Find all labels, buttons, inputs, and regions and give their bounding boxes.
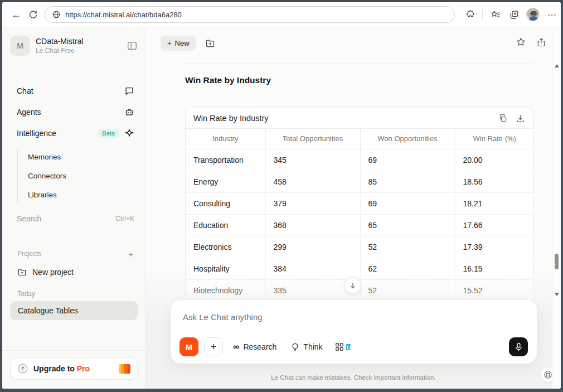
chat-bubble-icon bbox=[124, 86, 134, 96]
table-cell: 17.66 bbox=[455, 214, 533, 236]
main-content: + New Win Rate by Industry Win R bbox=[146, 27, 561, 389]
sidebar-item-libraries[interactable]: Libraries bbox=[2, 185, 145, 204]
back-icon: ← bbox=[11, 9, 21, 21]
microphone-icon bbox=[515, 342, 523, 352]
sub-label: Libraries bbox=[28, 191, 57, 199]
sidebar-item-memories[interactable]: Memories bbox=[2, 147, 145, 166]
projects-section: Projects + bbox=[2, 245, 145, 262]
nav-label: Intelligence bbox=[17, 129, 98, 138]
lightbulb-icon bbox=[291, 342, 299, 352]
refresh-button[interactable] bbox=[25, 6, 41, 23]
workspace-header[interactable]: M CData-Mistral Le Chat Free bbox=[10, 36, 138, 56]
arrow-up-circle-icon bbox=[17, 363, 28, 374]
column-header: Total Opportunities bbox=[265, 129, 360, 149]
plus-icon: + bbox=[167, 39, 172, 47]
sidebar-nav: Chat Agents Intelligence Beta bbox=[2, 80, 145, 144]
table-cell: 69 bbox=[360, 149, 455, 171]
robot-icon bbox=[124, 107, 134, 117]
sidebar-item-chat[interactable]: Chat bbox=[2, 80, 145, 101]
content-divider bbox=[185, 64, 534, 64]
browser-toolbar: ← https://chat.mistral.ai/chat/bda6a280 bbox=[2, 2, 561, 27]
collections-button[interactable] bbox=[506, 6, 522, 23]
think-toggle[interactable]: Think bbox=[287, 337, 327, 356]
scrollbar-up-arrow[interactable] bbox=[555, 64, 559, 67]
sparkle-icon bbox=[124, 128, 134, 138]
address-bar[interactable]: https://chat.mistral.ai/chat/bda6a280 bbox=[45, 6, 455, 23]
think-label: Think bbox=[303, 342, 322, 351]
collections-icon bbox=[509, 9, 520, 20]
today-section-label: Today bbox=[17, 290, 145, 298]
table-cell: 299 bbox=[265, 236, 360, 258]
table-cell: 52 bbox=[360, 236, 455, 258]
pro-flag-icon bbox=[119, 364, 130, 374]
chat-composer: M + ∞ Research Think bbox=[171, 300, 537, 364]
more-icon: ⋯ bbox=[547, 9, 556, 20]
favorite-chat-button[interactable] bbox=[516, 37, 526, 47]
table-cell: Electronics bbox=[186, 236, 265, 258]
table-row: Consulting3796918.21 bbox=[186, 192, 533, 214]
upgrade-button[interactable]: Upgrade to Pro bbox=[10, 357, 138, 380]
history-item-label: Catalogue Tables bbox=[18, 306, 78, 315]
search-button[interactable]: Search Ctrl+K bbox=[2, 209, 145, 229]
page-scrollbar[interactable] bbox=[552, 27, 561, 389]
new-chat-label: New bbox=[175, 39, 190, 47]
scrollbar-down-arrow[interactable] bbox=[555, 293, 559, 296]
table-row: Energy4588518.56 bbox=[186, 171, 533, 192]
favorites-button[interactable] bbox=[487, 6, 503, 23]
favorites-icon bbox=[490, 9, 501, 20]
mistral-logo-button[interactable]: M bbox=[179, 337, 198, 356]
table-cell: 18.56 bbox=[455, 171, 533, 192]
column-header: Won Opportunities bbox=[360, 129, 455, 149]
sidebar-item-intelligence[interactable]: Intelligence Beta bbox=[2, 123, 145, 144]
back-button[interactable]: ← bbox=[8, 6, 25, 23]
table-cell: Energy bbox=[186, 171, 265, 192]
sidebar-footer: Upgrade to Pro bbox=[2, 350, 145, 389]
column-header: Industry bbox=[186, 129, 265, 149]
copy-table-button[interactable] bbox=[498, 114, 508, 123]
plus-icon: + bbox=[211, 341, 217, 353]
table-cell: 85 bbox=[360, 171, 455, 192]
nav-label: Agents bbox=[17, 108, 124, 117]
table-cell: 458 bbox=[265, 171, 360, 192]
voice-input-button[interactable] bbox=[509, 337, 528, 356]
scroll-to-bottom-button[interactable] bbox=[344, 277, 361, 294]
upgrade-plan: Pro bbox=[77, 364, 90, 373]
table-cell: Transportation bbox=[186, 149, 265, 171]
add-to-project-button[interactable] bbox=[205, 38, 215, 49]
profile-avatar bbox=[526, 8, 540, 21]
table-title: Win Rate by Industry bbox=[193, 114, 498, 123]
chat-input[interactable] bbox=[183, 312, 406, 322]
life-buoy-icon bbox=[543, 370, 552, 379]
download-table-button[interactable] bbox=[516, 114, 525, 123]
new-project-button[interactable]: New project bbox=[2, 262, 145, 282]
extensions-icon bbox=[465, 9, 475, 20]
table-cell: 345 bbox=[265, 149, 360, 171]
attach-button[interactable]: + bbox=[204, 337, 223, 356]
add-project-button[interactable]: + bbox=[128, 249, 133, 259]
sub-label: Memories bbox=[28, 153, 61, 161]
settings-more-button[interactable]: ⋯ bbox=[543, 6, 560, 23]
research-toggle[interactable]: ∞ Research bbox=[229, 337, 281, 356]
column-header: Win Rate (%) bbox=[455, 129, 533, 149]
search-shortcut: Ctrl+K bbox=[115, 215, 134, 222]
new-project-label: New project bbox=[32, 268, 74, 277]
sidebar-item-agents[interactable]: Agents bbox=[2, 101, 145, 123]
share-button[interactable] bbox=[536, 37, 546, 47]
new-chat-button[interactable]: + New bbox=[161, 36, 196, 51]
extensions-button[interactable] bbox=[462, 6, 478, 23]
infinity-icon: ∞ bbox=[233, 342, 239, 352]
intelligence-subnav: Memories Connectors Libraries bbox=[2, 147, 145, 204]
table-cell: 379 bbox=[265, 192, 360, 214]
profile-button[interactable] bbox=[525, 6, 541, 23]
sidebar-item-connectors[interactable]: Connectors bbox=[2, 166, 145, 185]
table-header-row: IndustryTotal OpportunitiesWon Opportuni… bbox=[186, 129, 533, 149]
table-cell: Education bbox=[186, 214, 265, 236]
collapse-sidebar-button[interactable] bbox=[127, 40, 138, 51]
table-cell: 18.21 bbox=[455, 192, 533, 214]
table-row: Education3686517.66 bbox=[186, 214, 533, 236]
tools-button[interactable] bbox=[335, 342, 351, 351]
history-item-catalogue-tables[interactable]: Catalogue Tables bbox=[10, 301, 138, 320]
sidebar: M CData-Mistral Le Chat Free Chat Ag bbox=[2, 27, 146, 389]
beta-badge: Beta bbox=[98, 129, 119, 138]
scrollbar-thumb[interactable] bbox=[555, 254, 559, 269]
